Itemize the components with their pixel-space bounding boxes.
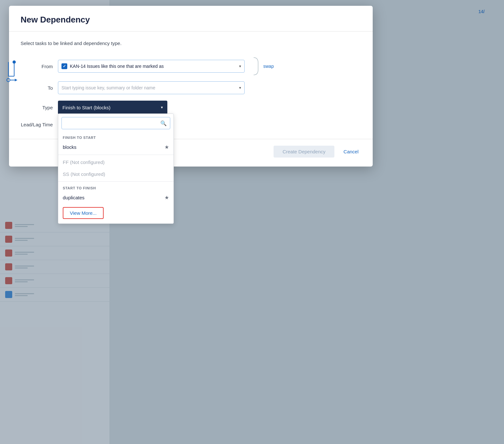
- task-checkbox-icon: [61, 63, 67, 69]
- from-row: From KAN-14 Issues like this one that ar…: [21, 56, 361, 76]
- swap-bracket-icon: [252, 56, 259, 76]
- dropdown-item-blocks[interactable]: blocks ★: [58, 141, 173, 153]
- to-label: To: [21, 85, 53, 91]
- search-icon: 🔍: [160, 120, 167, 126]
- svg-point-4: [7, 78, 10, 82]
- type-row: Type Finish to Start (blocks) ▾ 🔍 FINISH…: [21, 101, 361, 114]
- dropdown-item-ff-text: FF (Not configured): [63, 159, 169, 165]
- finish-to-start-section-label: FINISH TO START: [58, 132, 173, 141]
- type-dropdown-panel: 🔍 FINISH TO START blocks ★ FF (Not confi…: [58, 113, 174, 224]
- from-field[interactable]: KAN-14 Issues like this one that are mar…: [58, 60, 245, 73]
- lead-lag-label: Lead/Lag Time: [21, 119, 53, 127]
- view-more-button[interactable]: View More...: [63, 207, 104, 219]
- star-icon-duplicates: ★: [164, 195, 169, 201]
- start-to-finish-section-label: START TO FINISH: [58, 183, 173, 191]
- from-field-value: KAN-14 Issues like this one that are mar…: [70, 64, 237, 69]
- dropdown-search-box[interactable]: 🔍: [61, 117, 170, 129]
- dropdown-item-duplicates-text: duplicates: [63, 195, 162, 200]
- type-dropdown-arrow-icon: ▾: [161, 105, 163, 110]
- dropdown-item-ff[interactable]: FF (Not configured): [58, 156, 173, 168]
- to-field[interactable]: Start typing issue key, summary or folde…: [58, 81, 245, 94]
- new-dependency-modal: New Dependency Select tasks to be linked…: [9, 6, 373, 167]
- dropdown-search-input[interactable]: [65, 121, 158, 126]
- view-more-wrapper: View More...: [58, 204, 173, 223]
- star-icon: ★: [164, 144, 169, 150]
- dropdown-item-blocks-text: blocks: [63, 144, 162, 150]
- dropdown-item-ss-text: SS (Not configured): [63, 171, 169, 177]
- modal-title: New Dependency: [21, 15, 361, 25]
- type-dropdown-container: Finish to Start (blocks) ▾ 🔍 FINISH TO S…: [58, 101, 167, 114]
- type-select-value: Finish to Start (blocks): [62, 105, 157, 110]
- modal-subtitle: Select tasks to be linked and dependency…: [21, 41, 361, 46]
- dropdown-item-ss[interactable]: SS (Not configured): [58, 168, 173, 180]
- dropdown-divider: [58, 155, 173, 155]
- type-label: Type: [21, 105, 53, 110]
- to-dropdown-arrow-icon: ▾: [239, 86, 241, 90]
- cancel-button[interactable]: Cancel: [341, 146, 361, 158]
- modal-header: New Dependency: [9, 6, 373, 32]
- svg-point-0: [13, 60, 16, 64]
- to-field-placeholder: Start typing issue key, summary or folde…: [61, 85, 237, 90]
- type-select-button[interactable]: Finish to Start (blocks) ▾: [58, 101, 167, 114]
- modal-body: Select tasks to be linked and dependency…: [9, 32, 373, 139]
- swap-area: swap: [252, 56, 274, 76]
- dropdown-divider-2: [58, 181, 173, 182]
- swap-link[interactable]: swap: [263, 64, 274, 69]
- to-row: To Start typing issue key, summary or fo…: [21, 81, 361, 94]
- from-label: From: [21, 64, 53, 69]
- svg-marker-6: [15, 79, 17, 81]
- dropdown-item-duplicates[interactable]: duplicates ★: [58, 191, 173, 204]
- create-dependency-button[interactable]: Create Dependency: [274, 146, 334, 158]
- from-dropdown-arrow-icon: ▾: [239, 64, 241, 68]
- from-to-bracket-icon: [2, 58, 19, 86]
